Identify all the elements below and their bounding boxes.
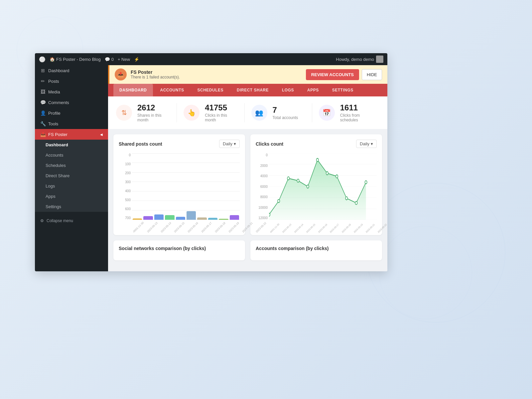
tab-dashboard[interactable]: DASHBOARD bbox=[113, 84, 153, 96]
svg-point-17 bbox=[365, 181, 367, 184]
nav-tabs: DASHBOARD ACCOUNTS SCHEDULES DIRECT SHAR… bbox=[108, 84, 387, 96]
svg-point-14 bbox=[336, 175, 338, 178]
submenu-apps[interactable]: Apps bbox=[35, 191, 108, 201]
schedule-value: 1611 bbox=[340, 103, 373, 112]
shared-posts-chart: Shared posts count Daily ▾ 7006005004003… bbox=[113, 134, 245, 235]
shared-y-axis: 7006005004003002001000 bbox=[119, 153, 131, 230]
sidebar-item-dashboard[interactable]: ⊞ Dashboard bbox=[35, 65, 108, 76]
sidebar-item-comments[interactable]: 💬 Comments bbox=[35, 97, 108, 108]
main-window: ⚪ 🏠 FS Poster - Demo Blog 💬 0 + New ⚡ Ho… bbox=[35, 53, 387, 271]
clicks-chart-filter[interactable]: Daily ▾ bbox=[356, 140, 377, 148]
social-networks-title: Social networks comparison (by clicks) bbox=[119, 246, 240, 251]
collapse-icon: ⚙ bbox=[40, 218, 44, 223]
media-icon: 🖼 bbox=[40, 89, 46, 94]
clicks-y-axis: 120001000080006000400020000 bbox=[256, 153, 268, 230]
submenu-settings[interactable]: Settings bbox=[35, 201, 108, 212]
svg-point-16 bbox=[355, 201, 357, 204]
clicks-chart: Clicks count Daily ▾ 1200010000800060004… bbox=[250, 134, 382, 235]
comments-link[interactable]: 💬 0 bbox=[105, 57, 114, 62]
tab-logs[interactable]: LOGS bbox=[276, 84, 300, 96]
bar-item[interactable] bbox=[165, 215, 174, 220]
line-chart-svg bbox=[269, 153, 377, 220]
share-icon: ⇅ bbox=[116, 105, 132, 121]
bar-item[interactable] bbox=[176, 217, 185, 220]
x-label-item: 2023-05-16 bbox=[187, 221, 199, 233]
sidebar-item-profile[interactable]: 👤 Profile bbox=[35, 108, 108, 118]
x-label-item: 2023-05-17 bbox=[201, 221, 212, 233]
shared-chart-title: Shared posts count bbox=[119, 141, 162, 147]
x-label-item: 2023-05-15 bbox=[174, 221, 185, 233]
tab-settings[interactable]: SETTINGS bbox=[326, 84, 359, 96]
shares-label: Shares in this month bbox=[137, 113, 170, 122]
sidebar-item-media[interactable]: 🖼 Media bbox=[35, 86, 108, 97]
admin-bar: ⚪ 🏠 FS Poster - Demo Blog 💬 0 + New ⚡ Ho… bbox=[35, 53, 387, 65]
comments-icon: 💬 bbox=[40, 100, 46, 105]
x-label-item: 2023-05-13 bbox=[146, 221, 158, 233]
bar-item[interactable] bbox=[154, 214, 164, 220]
tab-accounts[interactable]: ACCOUNTS bbox=[154, 84, 190, 96]
shares-value: 2612 bbox=[137, 103, 170, 112]
sidebar-item-tools[interactable]: 🔧 Tools bbox=[35, 118, 108, 129]
wp-logo-icon[interactable]: ⚪ bbox=[39, 56, 46, 63]
submenu-schedules[interactable]: Schedules bbox=[35, 160, 108, 171]
user-avatar[interactable] bbox=[376, 56, 383, 63]
svg-point-8 bbox=[278, 200, 280, 202]
stats-row: ⇅ 2612 Shares in this month 👆 41755 Clic… bbox=[108, 96, 387, 129]
accounts-label: Total accounts bbox=[273, 115, 298, 120]
accounts-comparison-card: Accounts comparison (by clicks) bbox=[250, 240, 382, 260]
accounts-comparison-title: Accounts comparison (by clicks) bbox=[256, 246, 377, 251]
submenu-logs[interactable]: Logs bbox=[35, 181, 108, 191]
clicks-chart-title: Clicks count bbox=[256, 141, 283, 147]
shared-x-labels: -0001-11-302023-05-132023-05-142023-05-1… bbox=[132, 220, 240, 230]
bar-item[interactable] bbox=[143, 216, 153, 220]
schedule-label: Clicks from schedules bbox=[340, 113, 373, 122]
bar-item[interactable] bbox=[230, 215, 239, 220]
svg-point-13 bbox=[326, 172, 328, 175]
charts-row: Shared posts count Daily ▾ 7006005004003… bbox=[108, 129, 387, 240]
x-label-item: 2023-05-14 bbox=[160, 221, 172, 233]
clicks-value: 41755 bbox=[205, 103, 237, 112]
site-name[interactable]: 🏠 FS Poster - Demo Blog bbox=[50, 57, 101, 62]
tab-directshare[interactable]: DIRECT SHARE bbox=[231, 84, 275, 96]
bar-item[interactable] bbox=[187, 211, 196, 220]
tools-icon: 🔧 bbox=[40, 121, 46, 126]
svg-point-9 bbox=[287, 177, 289, 180]
plugin-link[interactable]: ⚡ bbox=[134, 57, 139, 62]
click-icon: 👆 bbox=[184, 105, 200, 121]
submenu-accounts[interactable]: Accounts bbox=[35, 150, 108, 160]
bottom-row: Social networks comparison (by clicks) A… bbox=[108, 240, 387, 266]
notif-icon: 📤 bbox=[115, 68, 127, 80]
svg-point-7 bbox=[269, 213, 270, 216]
tab-apps[interactable]: APPS bbox=[301, 84, 325, 96]
dashboard-icon: ⊞ bbox=[40, 68, 46, 73]
sidebar-submenu: Dashboard Accounts Schedules Direct Shar… bbox=[35, 140, 108, 212]
svg-point-10 bbox=[297, 179, 299, 182]
accounts-icon: 👥 bbox=[251, 105, 267, 121]
howdy-label: Howdy, demo demo bbox=[336, 57, 374, 62]
notif-title: FS Poster bbox=[131, 69, 180, 75]
main-content: 📤 FS Poster There is 1 failed account(s)… bbox=[108, 65, 387, 271]
clicks-label: Clicks in this month bbox=[205, 113, 237, 122]
chevron-down-icon: ▾ bbox=[234, 141, 236, 146]
submenu-dashboard[interactable]: Dashboard bbox=[35, 140, 108, 150]
shared-bars-container bbox=[132, 153, 240, 220]
chevron-down-icon-2: ▾ bbox=[371, 141, 373, 146]
x-label-item: -0001-11-30 bbox=[132, 221, 144, 233]
sidebar-item-fsposter[interactable]: 📤 FS Poster ◀ bbox=[35, 129, 108, 140]
collapse-menu-button[interactable]: ⚙ Collapse menu bbox=[35, 214, 108, 227]
stat-accounts: 👥 7 Total accounts bbox=[245, 103, 312, 122]
submenu-directshare[interactable]: Direct Share bbox=[35, 171, 108, 181]
x-label-item: 2023-05-18 bbox=[214, 221, 226, 233]
bar-item[interactable] bbox=[197, 217, 206, 220]
fsposter-icon: 📤 bbox=[40, 132, 46, 137]
accounts-value: 7 bbox=[273, 105, 298, 115]
tab-schedules[interactable]: SCHEDULES bbox=[192, 84, 230, 96]
sidebar-item-posts[interactable]: ✏ Posts bbox=[35, 76, 108, 86]
new-button[interactable]: + New bbox=[118, 57, 130, 62]
stat-schedule-clicks: 📅 1611 Clicks from schedules bbox=[312, 103, 379, 122]
svg-point-12 bbox=[317, 158, 319, 161]
hide-button[interactable]: HIDE bbox=[362, 69, 382, 80]
shared-chart-filter[interactable]: Daily ▾ bbox=[219, 140, 240, 148]
review-accounts-button[interactable]: REVIEW ACCOUNTS bbox=[306, 69, 359, 80]
schedule-icon: 📅 bbox=[319, 105, 335, 121]
